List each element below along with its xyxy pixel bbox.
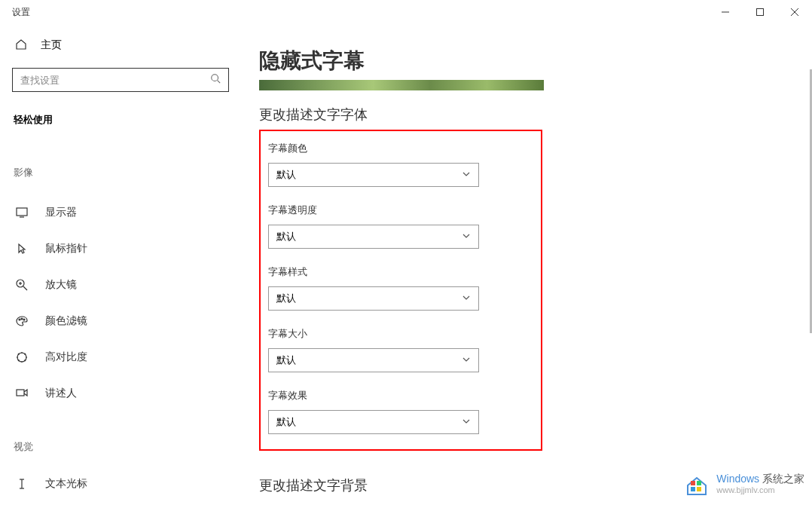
dropdown-value: 默认 [276, 230, 296, 243]
svg-point-4 [212, 75, 218, 81]
svg-point-13 [21, 318, 23, 320]
svg-line-5 [218, 81, 221, 84]
search-box[interactable] [12, 68, 229, 92]
svg-rect-30 [691, 487, 695, 491]
chevron-down-icon [462, 231, 471, 243]
svg-rect-6 [17, 208, 27, 216]
window-controls [708, 0, 812, 24]
sidebar-item-mouse-pointer[interactable]: 鼠标指针 [12, 231, 229, 267]
magnifier-icon [15, 278, 29, 292]
svg-rect-31 [697, 487, 701, 491]
setting-label-size: 字幕大小 [268, 327, 533, 341]
dropdown-caption-color[interactable]: 默认 [268, 163, 479, 187]
dropdown-caption-style[interactable]: 默认 [268, 286, 479, 311]
setting-label-effects: 字幕效果 [268, 389, 533, 402]
sidebar-item-display[interactable]: 显示器 [12, 194, 229, 231]
titlebar: 设置 [0, 0, 812, 24]
display-icon [15, 206, 29, 219]
chevron-down-icon [462, 170, 471, 181]
dropdown-caption-transparency[interactable]: 默认 [268, 225, 479, 249]
watermark-logo-icon [683, 470, 710, 497]
sidebar: 主页 轻松使用 影像 显示器 鼠标指针 [0, 24, 241, 505]
dropdown-value: 默认 [276, 168, 296, 182]
sidebar-item-label: 放大镜 [45, 278, 77, 292]
page-title: 隐藏式字幕 [259, 47, 794, 75]
minimize-button[interactable] [708, 0, 743, 24]
svg-point-12 [19, 319, 20, 320]
sidebar-home[interactable]: 主页 [12, 24, 229, 66]
sidebar-item-label: 文本光标 [45, 477, 87, 491]
search-input[interactable] [20, 75, 210, 86]
sidebar-item-label: 鼠标指针 [45, 242, 87, 256]
home-icon [15, 38, 27, 53]
sidebar-item-label: 讲述人 [45, 387, 77, 400]
chevron-down-icon [462, 293, 471, 305]
svg-rect-28 [691, 481, 695, 485]
setting-label-transparency: 字幕透明度 [268, 204, 533, 217]
sidebar-item-magnifier[interactable]: 放大镜 [12, 267, 229, 303]
dropdown-value: 默认 [276, 292, 296, 305]
contrast-icon [15, 350, 29, 364]
sidebar-item-label: 颜色滤镜 [45, 314, 87, 328]
sidebar-group-label: 影像 [12, 166, 229, 179]
svg-rect-24 [17, 390, 24, 396]
dropdown-caption-effects[interactable]: 默认 [268, 410, 479, 434]
watermark-title: Windows 系统之家 [716, 473, 804, 485]
dropdown-value: 默认 [276, 354, 296, 367]
sidebar-item-narrator[interactable]: 讲述人 [12, 375, 229, 412]
svg-line-9 [23, 286, 27, 290]
dropdown-value: 默认 [276, 415, 296, 429]
highlighted-settings-box: 字幕颜色 默认 字幕透明度 默认 字幕样式 默认 [259, 130, 542, 451]
section-title-font: 更改描述文字字体 [259, 106, 794, 124]
sidebar-active-page: 轻松使用 [12, 113, 229, 127]
main-content: 隐藏式字幕 更改描述文字字体 字幕颜色 默认 字幕透明度 默认 字幕样式 [241, 24, 812, 505]
sidebar-home-label: 主页 [41, 38, 62, 52]
sidebar-group2-label: 视觉 [12, 440, 229, 454]
narrator-icon [15, 387, 29, 400]
cursor-icon [15, 242, 29, 256]
chevron-down-icon [462, 355, 471, 366]
setting-label-color: 字幕颜色 [268, 142, 533, 155]
text-cursor-icon [15, 477, 29, 491]
close-button[interactable] [777, 0, 812, 24]
chevron-down-icon [462, 417, 471, 428]
sidebar-item-text-cursor[interactable]: 文本光标 [12, 466, 229, 502]
svg-point-14 [23, 319, 25, 320]
dropdown-caption-size[interactable]: 默认 [268, 348, 479, 372]
sidebar-item-color-filters[interactable]: 颜色滤镜 [12, 303, 229, 339]
window-title: 设置 [12, 6, 30, 19]
svg-rect-1 [757, 9, 764, 16]
svg-rect-29 [697, 481, 701, 485]
sidebar-item-label: 高对比度 [45, 350, 87, 364]
search-icon [210, 73, 221, 87]
sidebar-item-label: 显示器 [45, 206, 77, 219]
setting-label-style: 字幕样式 [268, 265, 533, 279]
maximize-button[interactable] [743, 0, 777, 24]
watermark: Windows 系统之家 www.bjjmlv.com [683, 470, 804, 497]
palette-icon [15, 314, 29, 328]
sidebar-item-high-contrast[interactable]: 高对比度 [12, 339, 229, 375]
preview-image [259, 80, 544, 90]
watermark-url: www.bjjmlv.com [716, 485, 804, 495]
